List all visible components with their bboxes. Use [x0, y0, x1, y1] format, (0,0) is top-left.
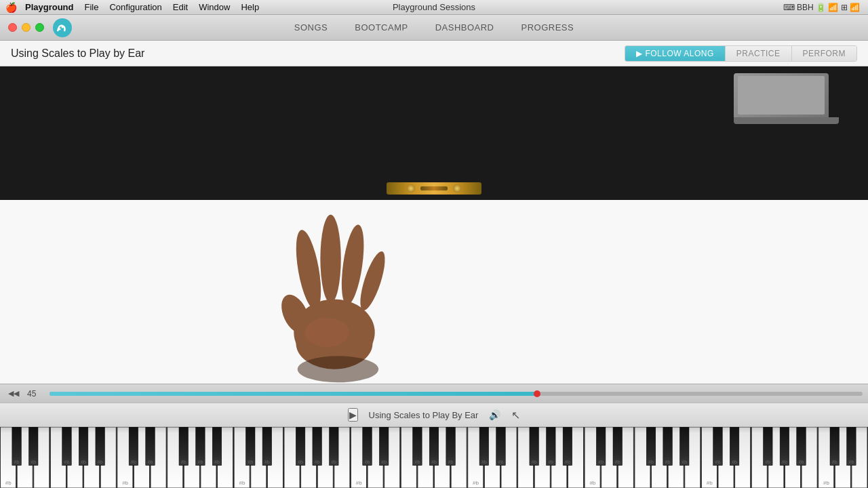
svg-text:#b: #b [848, 460, 854, 464]
svg-text:#b: #b [148, 460, 153, 464]
svg-text:#b: #b [782, 460, 787, 464]
hand-overlay [226, 200, 443, 384]
svg-text:#b: #b [548, 460, 553, 464]
nav-bar: SONGS BOOTCAMP DASHBOARD PROGRESS [281, 18, 587, 37]
transport-song-name: Using Scales to Play By Ear [369, 410, 479, 420]
svg-text:#b: #b [264, 460, 270, 464]
play-icon: ▶ [636, 49, 645, 58]
svg-text:#b: #b [197, 460, 203, 464]
svg-text:#b: #b [98, 460, 103, 464]
svg-text:#b: #b [5, 480, 12, 486]
app-window: SONGS BOOTCAMP DASHBOARD PROGRESS Using … [0, 15, 868, 488]
nav-progress[interactable]: PROGRESS [508, 18, 588, 37]
svg-text:#b: #b [473, 480, 479, 486]
progress-thumb[interactable] [534, 390, 540, 397]
piano-top-section [0, 66, 868, 200]
video-piano-keys: white keys rendered via JS below CCCCCCC… [0, 200, 868, 384]
video-frame: white keys rendered via JS below CCCCCCC… [0, 66, 868, 384]
menu-bar-right-icons: ⌨ BBH 🔋 📶 ⊞ 📶 [783, 3, 860, 12]
svg-text:#b: #b [239, 480, 245, 486]
apple-logo[interactable]: 🍎 [5, 2, 17, 13]
svg-text:#b: #b [765, 460, 770, 464]
window-title: Playground Sessions [393, 2, 475, 12]
hand-svg [226, 200, 443, 384]
svg-point-1 [59, 28, 61, 30]
mode-follow-along[interactable]: ▶ FOLLOW ALONG [625, 46, 726, 61]
title-bar: SONGS BOOTCAMP DASHBOARD PROGRESS [0, 15, 868, 41]
svg-text:#b: #b [414, 460, 420, 464]
nav-songs[interactable]: SONGS [281, 18, 341, 37]
lesson-header: Using Scales to Play by Ear ▶ FOLLOW ALO… [0, 41, 868, 66]
deco-center [420, 186, 448, 190]
svg-text:#b: #b [131, 460, 136, 464]
svg-text:#b: #b [356, 480, 362, 486]
cursor-icon: ↖ [511, 409, 520, 422]
svg-point-11 [298, 356, 378, 382]
menu-item-file[interactable]: File [85, 2, 99, 12]
svg-text:#b: #b [481, 460, 487, 464]
rewind-button[interactable]: ◀◀ [5, 388, 22, 399]
svg-text:#b: #b [589, 480, 595, 486]
menu-item-edit[interactable]: Edit [173, 2, 188, 12]
svg-text:#b: #b [381, 460, 387, 464]
scrubber-bar: ◀◀ 45 [0, 384, 868, 403]
menu-item-configuration[interactable]: Configuration [109, 2, 161, 12]
svg-text:#b: #b [715, 460, 721, 464]
svg-point-6 [320, 214, 340, 302]
deco-right [453, 184, 461, 192]
svg-text:#b: #b [331, 460, 336, 464]
svg-point-2 [62, 26, 64, 28]
svg-text:#b: #b [682, 460, 687, 464]
svg-text:#b: #b [665, 460, 671, 464]
traffic-lights [8, 23, 44, 32]
svg-text:#b: #b [732, 460, 737, 464]
menu-item-help[interactable]: Help [241, 2, 259, 12]
mac-menu-bar: 🍎 Playground File Configuration Edit Win… [0, 0, 868, 15]
svg-point-10 [304, 317, 349, 346]
laptop-base [734, 117, 839, 124]
time-display: 45 [27, 389, 44, 399]
menu-item-playground[interactable]: Playground [25, 2, 74, 12]
laptop [734, 73, 842, 127]
svg-text:#b: #b [122, 480, 128, 486]
nav-dashboard[interactable]: DASHBOARD [422, 18, 508, 37]
transport-bar: ▶ Using Scales to Play By Ear 🔊 ↖ [0, 403, 868, 427]
bottom-piano-svg: #b#b#b#b#b#b#b#b#b#b#b#b#b#b#b#b#b#b#b#b… [0, 427, 868, 488]
close-button[interactable] [8, 23, 17, 32]
mode-practice[interactable]: PRACTICE [726, 46, 792, 61]
svg-text:#b: #b [64, 460, 70, 464]
svg-text:#b: #b [315, 460, 320, 464]
maximize-button[interactable] [35, 23, 44, 32]
svg-text:#b: #b [648, 460, 654, 464]
svg-text:#b: #b [615, 460, 620, 464]
svg-text:#b: #b [598, 460, 604, 464]
svg-text:#b: #b [365, 460, 370, 464]
deco-left [407, 184, 415, 192]
app-logo [52, 18, 73, 38]
video-area: white keys rendered via JS below CCCCCCC… [0, 66, 868, 384]
svg-text:#b: #b [448, 460, 454, 464]
minimize-button[interactable] [22, 23, 31, 32]
svg-text:#b: #b [81, 460, 86, 464]
svg-text:#b: #b [214, 460, 220, 464]
svg-text:#b: #b [799, 460, 804, 464]
svg-text:#b: #b [431, 460, 437, 464]
svg-text:#b: #b [498, 460, 504, 464]
svg-text:#b: #b [14, 460, 20, 464]
progress-track[interactable] [50, 392, 863, 396]
bottom-piano: #b#b#b#b#b#b#b#b#b#b#b#b#b#b#b#b#b#b#b#b… [0, 427, 868, 488]
mode-perform[interactable]: PERFORM [792, 46, 857, 61]
laptop-lid [734, 73, 829, 117]
svg-text:#b: #b [31, 460, 36, 464]
svg-text:#b: #b [532, 460, 537, 464]
menu-item-window[interactable]: Window [199, 2, 230, 12]
svg-text:#b: #b [565, 460, 570, 464]
menu-items: Playground File Configuration Edit Windo… [25, 2, 259, 12]
svg-text:#b: #b [298, 460, 303, 464]
play-button[interactable]: ▶ [348, 408, 358, 422]
volume-button[interactable]: 🔊 [489, 409, 500, 420]
svg-text:#b: #b [832, 460, 837, 464]
laptop-screen [738, 76, 825, 115]
svg-text:#b: #b [248, 460, 253, 464]
nav-bootcamp[interactable]: BOOTCAMP [341, 18, 421, 37]
